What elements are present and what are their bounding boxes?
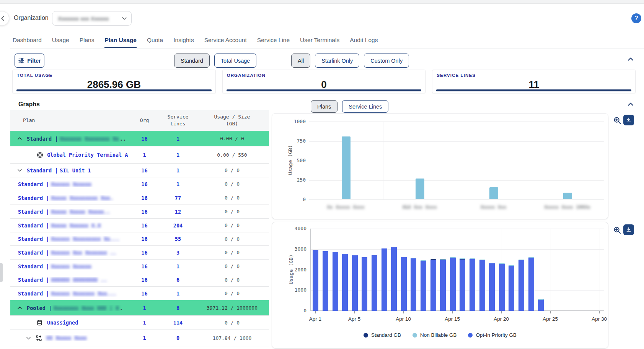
column-header: Org <box>128 117 161 124</box>
chart-view-toggle: PlansService Lines <box>311 100 388 113</box>
page-scrollbar-fragment[interactable] <box>0 263 3 282</box>
org-count: 16 <box>128 236 161 242</box>
daily-usage-bar-segment <box>421 261 426 311</box>
top-strip <box>0 0 644 4</box>
plan-cell: Standard |Xxxxx Xxxxxx X.X <box>10 222 128 229</box>
x-axis-tick-label: Apr 5 <box>343 316 366 322</box>
x-axis-tick-label: Apr 1 <box>304 316 327 322</box>
zoom-in-icon[interactable] <box>612 115 623 126</box>
usage-size-value: 0.00 / 550 <box>195 152 269 158</box>
tab-insights[interactable]: Insights <box>173 33 194 48</box>
help-icon[interactable]: ? <box>631 13 641 23</box>
table-row[interactable]: XX Xxxxx Xxxx10107.84 / 1000 <box>10 330 269 346</box>
organization-label: Organization <box>14 15 49 21</box>
x-axis-tickmark <box>550 311 551 313</box>
stat-cards: TOTAL USAGE2865.96 GBORGANIZATION0SERVIC… <box>12 70 636 93</box>
organization-dropdown[interactable]: Xxxxxxx xxx Xxxxxx <box>52 11 132 26</box>
tab-dashboard[interactable]: Dashboard <box>13 33 42 48</box>
table-row[interactable]: Standard |Xxxxxx Xxxxxxx Xxx...1610 / 0 <box>10 286 269 300</box>
plan-name: Xxxxxx Xxxxxx <box>51 181 91 187</box>
toggle-standard[interactable]: Standard <box>174 54 210 68</box>
table-row[interactable]: Standard |Xxxxx Xxxxxxxxx Xxx.16770 / 0 <box>10 191 269 205</box>
table-row[interactable]: Standard |Xxxxxx Xxxxxx1610 / 0 <box>10 259 269 273</box>
service-lines-count: 77 <box>161 195 195 201</box>
download-button[interactable] <box>623 115 634 125</box>
plan-cell: Standard |Xxxxxx Xxxxxxxxx Xx... <box>10 236 128 242</box>
toggle-starlink-only[interactable]: Starlink Only <box>315 54 359 68</box>
stat-underline <box>227 89 422 91</box>
tab-user-terminals[interactable]: User Terminals <box>300 33 339 48</box>
download-button[interactable] <box>623 224 634 235</box>
table-row[interactable]: XXX X-X Xxxx102415.87 / 100000 <box>10 346 269 349</box>
graphs-section-title: Graphs <box>18 101 40 108</box>
daily-chart-plot <box>310 229 604 311</box>
toggle-total-usage[interactable]: Total Usage <box>214 54 257 68</box>
org-count: 1 <box>128 320 161 326</box>
plan-type-label: Standard | <box>18 222 49 229</box>
collapse-filters-icon[interactable] <box>626 55 635 63</box>
plan-usage-table: PlanOrgService LinesUsage / Size (GB)Sta… <box>10 110 269 349</box>
stat-card-service-lines: SERVICE LINES11 <box>432 70 636 93</box>
legend-label: Standard GB <box>371 332 401 338</box>
expand-row-icon[interactable] <box>17 167 27 173</box>
table-row[interactable]: Pooled |Xxxxxxxx Xxxx XXX | X.183971.12 … <box>10 300 269 315</box>
plan-cell: Standard |Xxxxxx Xxxxxxx Xxx... <box>10 291 128 297</box>
plan-type-label: Pooled | <box>27 305 52 311</box>
collapse-row-icon[interactable] <box>17 136 27 141</box>
table-row[interactable]: Standard |SIL Unit 11610 / 0 <box>10 163 269 177</box>
org-count: 1 <box>128 305 161 311</box>
filter-button[interactable]: Filter <box>15 54 44 68</box>
usage-size-value: 0 / 0 <box>195 209 269 214</box>
zoom-in-icon[interactable] <box>612 225 623 235</box>
toggle-all[interactable]: All <box>291 54 310 68</box>
daily-usage-bar-segment <box>509 265 514 265</box>
tab-audit-logs[interactable]: Audit Logs <box>350 33 378 48</box>
table-row[interactable]: Standard |Xxxxxxx Xxxxxxxx Xx..1610.00 /… <box>10 131 269 146</box>
collapse-graphs-icon[interactable] <box>626 100 635 109</box>
daily-usage-bar-segment <box>470 258 475 259</box>
y-axis-tick-label: 0 <box>286 196 306 202</box>
usage-mode-toggle: StandardTotal Usage <box>174 54 256 68</box>
table-row[interactable]: Global Priority Terminal Acc...110.00 / … <box>10 146 269 163</box>
back-button[interactable] <box>0 11 9 26</box>
table-row[interactable]: Unassigned11140 / 0 <box>10 315 269 330</box>
table-row[interactable]: Standard |XXXXXX XXXXXXXX ..1660 / 0 <box>10 273 269 286</box>
tab-usage[interactable]: Usage <box>52 33 69 48</box>
table-row[interactable]: Standard |Xxxxx Xxxxxx X.X162040 / 0 <box>10 218 269 232</box>
tab-service-line[interactable]: Service Line <box>257 33 290 48</box>
x-axis-tickmark <box>599 311 600 313</box>
plan-name: Xxxxxx Xxx Xxxxxxx .. <box>51 250 116 256</box>
daily-usage-bar-segment <box>538 299 544 300</box>
x-axis-category-label: Xx Xxxxx Xxxx <box>309 204 383 210</box>
table-row[interactable]: Standard |Xxxxx Xxxxx Xxxxx..16120 / 0 <box>10 205 269 218</box>
daily-usage-bar-segment <box>489 263 495 311</box>
database-icon <box>36 320 47 326</box>
usage-size-value: 0 / 0 <box>195 291 269 296</box>
table-row[interactable]: Standard |Xxxxxx Xxx Xxxxxxx ..1630 / 0 <box>10 245 269 259</box>
plan-name: Xxxxxx Xxxxxxx Xxx... <box>51 291 116 297</box>
tab-bar: DashboardUsagePlansPlan UsageQuotaInsigh… <box>10 33 644 49</box>
daily-usage-bar-segment <box>401 257 407 311</box>
expand-row-icon[interactable] <box>26 335 36 341</box>
chart-view-service-lines[interactable]: Service Lines <box>342 100 388 113</box>
plan-name: Xxxxx Xxxxxxxxx Xxx. <box>51 195 113 201</box>
x-axis-tickmark <box>501 311 502 313</box>
legend-item: Opt-In Priority GB <box>468 332 517 338</box>
table-row[interactable]: Standard |Xxxxxx Xxxxxx1610 / 0 <box>10 177 269 191</box>
service-lines-count: 8 <box>161 305 195 311</box>
plan-cell: Standard |Xxxxxxx Xxxxxxxx Xx.. <box>10 136 128 142</box>
tab-plans[interactable]: Plans <box>80 33 95 48</box>
collapse-row-icon[interactable] <box>17 305 27 311</box>
chart-view-plans[interactable]: Plans <box>311 100 337 113</box>
tab-service-account[interactable]: Service Account <box>204 33 247 48</box>
chart-legend: Standard GBNon Billable GBOpt-In Priorit… <box>272 332 608 338</box>
tab-plan-usage[interactable]: Plan Usage <box>104 33 137 48</box>
plans-usage-chart: 02505007501000Xx Xxxxx XxxxX&X Xxx XxxxX… <box>272 113 608 219</box>
x-axis-tickmark <box>315 311 316 313</box>
target-icon <box>36 151 47 159</box>
daily-usage-bar-segment <box>509 266 514 311</box>
table-row[interactable]: Standard |Xxxxxx Xxxxxxxxx Xx...16550 / … <box>10 232 269 245</box>
toggle-custom-only[interactable]: Custom Only <box>364 54 409 68</box>
tab-quota[interactable]: Quota <box>147 33 163 48</box>
plan-cell: XX Xxxxx Xxxx <box>10 335 128 341</box>
